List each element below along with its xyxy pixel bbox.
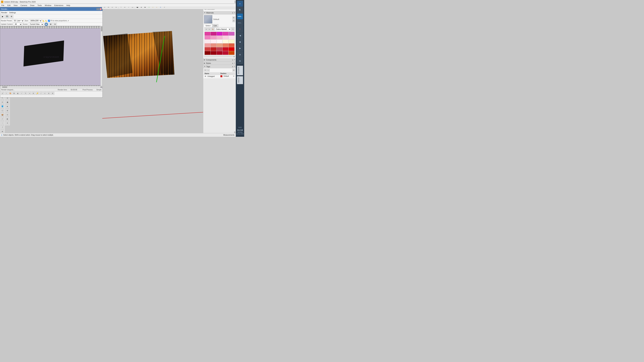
render-bot-btn12[interactable]: ↩	[43, 92, 46, 95]
swatch-2-3[interactable]	[217, 36, 222, 39]
colors-scroll-thumb[interactable]	[234, 56, 235, 57]
tag-add[interactable]: +	[204, 69, 206, 71]
swatch-3-1[interactable]	[204, 39, 210, 43]
swatch-6-5[interactable]	[228, 51, 234, 55]
tool-paint[interactable]: 🪣	[0, 104, 4, 108]
far-right-icon9[interactable]: ⊞	[237, 58, 243, 64]
mat-tab-select[interactable]: Select	[204, 24, 212, 27]
swatch-5-5[interactable]	[228, 47, 234, 51]
menu-edit[interactable]: Edit	[7, 4, 11, 7]
render-bot-btn4[interactable]: ⊠	[12, 92, 16, 95]
swatch-6-1[interactable]	[204, 51, 210, 55]
swatch-2-2[interactable]	[211, 36, 216, 39]
render-scrollbar-h[interactable]	[0, 86, 100, 88]
fit-icon[interactable]: ⤢	[68, 20, 69, 22]
menu-file[interactable]: File	[1, 4, 5, 7]
tool-orbit[interactable]: ⊙	[0, 100, 4, 104]
far-right-icon8[interactable]: ⊕	[237, 52, 243, 58]
render-scene-icon3[interactable]: ⊡	[53, 22, 57, 26]
swatch-1-4[interactable]	[222, 32, 228, 35]
adresse-label[interactable]: Adresse	[237, 76, 243, 84]
mat-category-select[interactable]: Colors-Named	[215, 28, 231, 31]
components-close[interactable]: ✕	[234, 59, 235, 61]
render-scrollbar-v[interactable]	[100, 26, 102, 86]
far-right-icon7[interactable]: ▶	[237, 45, 243, 51]
mat-tab-edit[interactable]: Edit	[212, 24, 218, 27]
swatch-5-1[interactable]	[204, 47, 210, 51]
menu-camera[interactable]: Camera	[20, 4, 28, 7]
colors-scrollbar[interactable]	[204, 55, 235, 57]
render-bot-btn11[interactable]: ✓	[40, 92, 43, 95]
swatch-5-3[interactable]	[217, 47, 222, 51]
far-right-search[interactable]: 🔍	[237, 7, 243, 13]
skrivebord-label[interactable]: Skrivebord	[237, 66, 243, 75]
render-bot-btn6[interactable]: ✓	[20, 92, 24, 95]
swatch-5-2[interactable]	[211, 47, 216, 51]
swatch-6-2[interactable]	[211, 51, 216, 55]
tags-expand[interactable]: ▲	[232, 65, 234, 67]
material-reset-icon[interactable]: ↩	[232, 19, 235, 22]
mat-back[interactable]: ◁	[204, 28, 208, 31]
swatch-1-3[interactable]	[217, 32, 222, 35]
render-scene-icon1[interactable]: ◉	[44, 22, 48, 26]
mat-home[interactable]: 🏠	[211, 28, 214, 31]
swatch-4-5[interactable]	[228, 43, 234, 47]
render-close[interactable]: ✕	[100, 8, 102, 10]
render-bot-btn8[interactable]: ⇥	[28, 92, 31, 95]
render-scene-icon2[interactable]: ⊞	[49, 22, 52, 26]
swatch-2-1[interactable]	[204, 36, 210, 39]
tool-rotate-tool[interactable]: ⤴	[0, 125, 4, 129]
swatch-4-2[interactable]	[211, 43, 216, 47]
swatch-6-3[interactable]	[217, 51, 222, 55]
swatch-4-1[interactable]	[204, 43, 210, 47]
swatch-2-4[interactable]	[222, 36, 228, 39]
render-save[interactable]: 💾	[5, 15, 9, 18]
render-play[interactable]: ▶	[1, 15, 4, 18]
far-right-menu[interactable]: ≡	[237, 1, 243, 7]
swatch-1-2[interactable]	[211, 32, 216, 35]
subtool-7[interactable]: ✕	[5, 121, 10, 125]
render-bot-btn2[interactable]: ⊹	[5, 92, 8, 95]
materials-header[interactable]: ▼ Materials ▲ ✕	[203, 11, 236, 14]
materials-close[interactable]: ✕	[234, 12, 235, 13]
components-section[interactable]: ▶ Components ▲ ✕	[203, 58, 236, 61]
swatch-3-4[interactable]	[222, 39, 228, 43]
render-settings-btn[interactable]: ⚙	[10, 15, 13, 18]
components-expand[interactable]: ▲	[232, 59, 234, 61]
swatch-2-5[interactable]	[228, 36, 234, 39]
tag-details-btn[interactable]: ≡	[232, 69, 235, 71]
scene-select[interactable]: Current View	[29, 23, 44, 26]
styles-section[interactable]: ▶ Styles ▲ ✕	[203, 61, 236, 65]
update-select[interactable]: All	[14, 23, 22, 26]
render-bot-btn7[interactable]: ↻	[24, 92, 27, 95]
render-menu-render[interactable]: Render	[1, 11, 7, 13]
mat-details[interactable]: ≡	[232, 28, 234, 31]
subtool-4[interactable]: ⊕	[5, 108, 10, 112]
far-right-file-icon[interactable]: textu...	[237, 20, 243, 26]
tag-edit-icon[interactable]: ✏	[233, 75, 234, 77]
far-right-icon4[interactable]: t	[237, 26, 243, 32]
tool-check[interactable]: ✓	[0, 117, 4, 121]
swatch-3-5[interactable]	[228, 39, 234, 43]
subtool-3[interactable]: ◈	[5, 104, 10, 108]
render-menu-settings[interactable]: Settings	[9, 11, 16, 13]
styles-close[interactable]: ✕	[234, 62, 235, 64]
preset-select[interactable]: 03. Low+	[13, 19, 24, 22]
swatch-5-4[interactable]	[222, 47, 228, 51]
tag-remove[interactable]: −	[207, 69, 210, 71]
tags-close[interactable]: ✕	[234, 65, 235, 67]
render-bot-btn13[interactable]: ⊛	[47, 92, 50, 95]
menu-window[interactable]: Window	[44, 4, 52, 7]
render-bot-btn1[interactable]: 🖊	[1, 92, 4, 95]
menu-draw[interactable]: Draw	[29, 4, 35, 7]
far-right-v-icon[interactable]: v202...	[237, 13, 243, 19]
swatch-4-4[interactable]	[222, 43, 228, 47]
tool-eraser[interactable]: ⬡	[0, 108, 4, 112]
render-maximize[interactable]: □	[98, 8, 100, 10]
swatch-4-3[interactable]	[217, 43, 222, 47]
scrollbar-thumb-v[interactable]	[101, 26, 102, 31]
menu-tools[interactable]: Tools	[37, 4, 42, 7]
far-right-icon6[interactable]: ◆	[237, 39, 243, 45]
swatch-1-1[interactable]	[204, 32, 210, 35]
menu-help[interactable]: Help	[66, 4, 71, 7]
